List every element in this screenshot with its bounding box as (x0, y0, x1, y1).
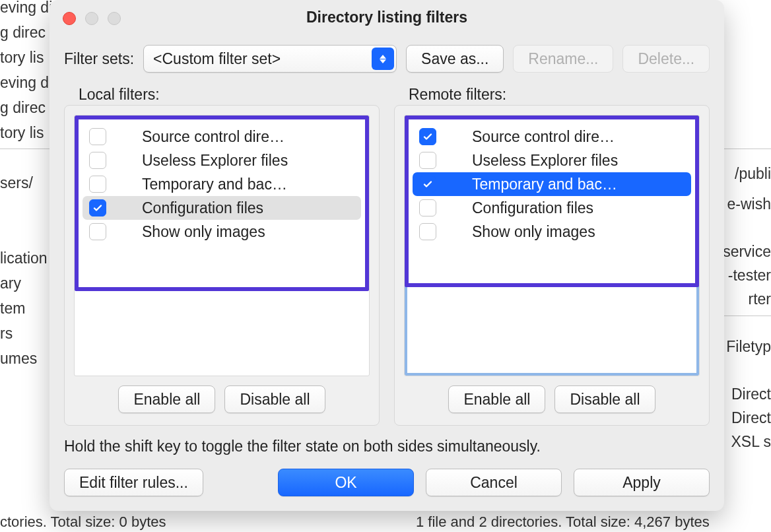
status-bar-left: ctories. Total size: 0 bytes (0, 512, 166, 532)
dialog-title: Directory listing filters (306, 9, 467, 26)
hint-text: Hold the shift key to toggle the filter … (50, 426, 724, 455)
filter-label: Temporary and bac… (444, 176, 685, 193)
filter-checkbox[interactable] (419, 176, 436, 193)
minimize-window-button (85, 12, 98, 25)
zoom-window-button (108, 12, 121, 25)
filter-checkbox[interactable] (419, 152, 436, 169)
filter-list-item[interactable]: Configuration files (413, 196, 691, 220)
local-filters-list[interactable]: Source control dire…Useless Explorer fil… (74, 115, 370, 376)
rename-button: Rename... (513, 45, 613, 73)
local-disable-all-button[interactable]: Disable all (224, 385, 325, 413)
filter-label: Useless Explorer files (114, 152, 354, 170)
status-bar-right: 1 file and 2 directories. Total size: 4,… (416, 512, 710, 532)
filter-checkbox[interactable] (419, 223, 436, 240)
filter-list-item[interactable]: Useless Explorer files (413, 149, 691, 172)
filter-list-item[interactable]: Temporary and bac… (83, 172, 361, 196)
delete-button: Delete... (622, 45, 710, 73)
filter-list-item[interactable]: Source control dire… (83, 125, 361, 149)
filter-checkbox[interactable] (89, 223, 106, 240)
filter-list-item[interactable]: Show only images (413, 220, 691, 244)
popup-stepper-icon (372, 48, 394, 70)
edit-filter-rules-button[interactable]: Edit filter rules... (64, 469, 203, 496)
filter-label: Temporary and bac… (114, 176, 354, 193)
filter-list-item[interactable]: Configuration files (83, 196, 361, 220)
filter-checkbox[interactable] (89, 176, 106, 193)
apply-button[interactable]: Apply (574, 469, 710, 496)
save-as-button[interactable]: Save as... (406, 45, 504, 73)
local-filters-panel: Local filters: Source control dire…Usele… (64, 79, 380, 426)
filter-checkbox[interactable] (419, 199, 436, 216)
filter-list-item[interactable]: Useless Explorer files (83, 149, 361, 172)
filter-label: Show only images (444, 223, 685, 241)
cancel-button[interactable]: Cancel (426, 469, 562, 496)
filter-list-item[interactable]: Source control dire… (413, 125, 691, 149)
filter-checkbox[interactable] (89, 199, 106, 216)
filter-label: Configuration files (444, 199, 685, 217)
filter-label: Source control dire… (114, 128, 354, 146)
remote-filters-list[interactable]: Source control dire…Useless Explorer fil… (404, 115, 700, 376)
filter-checkbox[interactable] (89, 128, 106, 145)
window-controls (63, 12, 121, 25)
remote-filters-panel: Remote filters: Source control dire…Usel… (394, 79, 710, 426)
filter-sets-label: Filter sets: (64, 50, 134, 68)
filter-list-item[interactable]: Show only images (83, 220, 361, 244)
local-enable-all-button[interactable]: Enable all (118, 385, 215, 413)
titlebar: Directory listing filters (50, 0, 724, 34)
dialog-window: Directory listing filters Filter sets: <… (50, 0, 724, 511)
filter-checkbox[interactable] (419, 128, 436, 145)
filter-sets-popup[interactable]: <Custom filter set> (143, 45, 397, 73)
ok-button[interactable]: OK (278, 469, 414, 496)
filter-label: Useless Explorer files (444, 152, 685, 170)
filter-label: Show only images (114, 223, 354, 241)
filter-list-item[interactable]: Temporary and bac… (413, 172, 691, 196)
filter-checkbox[interactable] (89, 152, 106, 169)
remote-disable-all-button[interactable]: Disable all (554, 385, 655, 413)
close-window-button[interactable] (63, 12, 76, 25)
remote-filters-header: Remote filters: (409, 86, 710, 104)
local-filters-header: Local filters: (79, 86, 380, 104)
filter-sets-value: <Custom filter set> (153, 50, 281, 68)
filter-label: Configuration files (114, 199, 354, 217)
filter-label: Source control dire… (444, 128, 685, 146)
remote-enable-all-button[interactable]: Enable all (448, 385, 545, 413)
